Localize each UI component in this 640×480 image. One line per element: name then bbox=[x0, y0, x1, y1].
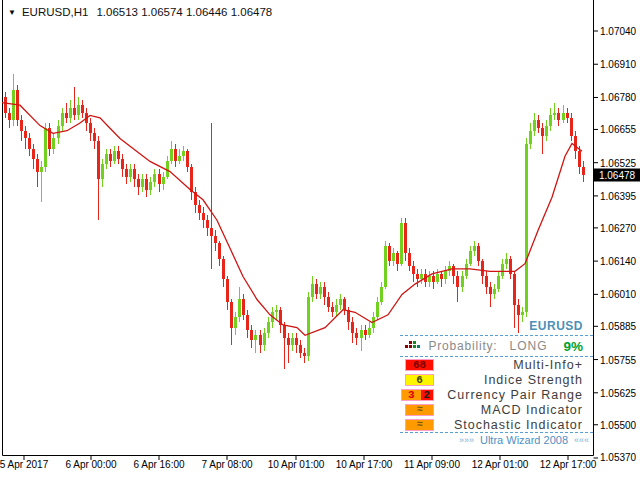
macd-wave-icon: ≈ bbox=[405, 404, 434, 416]
symbol-period-label: EURUSD,H1 bbox=[22, 6, 88, 18]
price-axis-label: 1.05500 bbox=[600, 419, 636, 430]
indicator-row-multi-info: 68 Multi-Info+ bbox=[400, 357, 593, 372]
time-axis-label: 7 Apr 08:00 bbox=[201, 459, 252, 470]
pair-range-badge-right: 2 bbox=[421, 390, 433, 400]
ma-line bbox=[2, 103, 582, 336]
indicator-row-label: Currency Pair Range bbox=[447, 388, 583, 402]
time-axis-label: 11 Apr 09:00 bbox=[404, 459, 460, 470]
time-axis-label: 10 Apr 01:00 bbox=[268, 459, 325, 470]
time-axis-label: 12 Apr 01:00 bbox=[472, 459, 529, 470]
indicator-row-label: Indice Strength bbox=[484, 373, 583, 387]
indicator-row-indice-strength: 6 Indice Strength bbox=[400, 372, 593, 387]
price-axis-label: 1.06655 bbox=[600, 124, 636, 135]
mini-candle-grid-icon bbox=[405, 341, 422, 352]
pair-range-badge-left: 3 - bbox=[402, 390, 421, 400]
price-axis-label: 1.06010 bbox=[600, 289, 636, 300]
probability-value: 9% bbox=[563, 339, 583, 354]
dropdown-arrow-icon: ▼ bbox=[8, 8, 16, 17]
price-axis-label: 1.06525 bbox=[600, 157, 636, 168]
indicator-row-macd: ≈ MACD Indicator bbox=[400, 402, 593, 417]
price-axis-label: 1.07040 bbox=[600, 26, 636, 37]
time-axis-label: 12 Apr 17:00 bbox=[540, 459, 597, 470]
time-axis-label: 5 Apr 2017 bbox=[0, 459, 48, 470]
price-axis-label: 1.05885 bbox=[600, 321, 636, 332]
multi-info-badge: 68 bbox=[405, 359, 434, 371]
price-axis-label: 1.06270 bbox=[600, 222, 636, 233]
stochastic-wave-icon: ≈ bbox=[405, 419, 434, 431]
ohlc-readout: 1.06513 1.06574 1.06446 1.06478 bbox=[96, 6, 272, 18]
guillemets-left-icon: ««« bbox=[574, 435, 589, 445]
footer-brand-text: Ultra Wizard 2008 bbox=[480, 434, 568, 446]
indicator-row-label: MACD Indicator bbox=[481, 403, 583, 417]
symbol-selector[interactable]: ▼ EURUSD,H1 1.06513 1.06574 1.06446 1.06… bbox=[8, 6, 272, 18]
indicator-row-label: Multi-Info+ bbox=[513, 358, 583, 372]
time-axis-label: 6 Apr 16:00 bbox=[133, 459, 184, 470]
price-axis-label: 1.06140 bbox=[600, 256, 636, 267]
probability-direction: LONG bbox=[509, 339, 547, 353]
indicator-row-stochastic: ≈ Stochastic Indicator bbox=[400, 417, 593, 432]
time-axis-label: 10 Apr 17:00 bbox=[336, 459, 393, 470]
price-axis-label: 1.06395 bbox=[600, 190, 636, 201]
probability-label: Probability: bbox=[429, 339, 498, 353]
chart-window: ▼ EURUSD,H1 1.06513 1.06574 1.06446 1.06… bbox=[0, 0, 640, 480]
pair-range-badge: 3 -2 bbox=[401, 389, 434, 401]
indicator-row-pair-range: 3 -2 Currency Pair Range bbox=[400, 387, 593, 402]
probability-row: Probability: LONG 9% bbox=[400, 336, 593, 356]
panel-symbol-label: EURUSD bbox=[400, 319, 583, 333]
price-axis-label: 1.05370 bbox=[600, 452, 636, 463]
price-axis-label: 1.05755 bbox=[600, 354, 636, 365]
current-price-tag: 1.06478 bbox=[594, 168, 640, 181]
panel-footer: »»» Ultra Wizard 2008 ««« bbox=[400, 433, 593, 446]
time-axis-label: 6 Apr 00:00 bbox=[65, 459, 116, 470]
guillemets-right-icon: »»» bbox=[459, 435, 474, 445]
ultra-wizard-panel: Probability: LONG 9% 68 Multi-Info+ 6 In… bbox=[400, 335, 593, 446]
indicator-row-label: Stochastic Indicator bbox=[454, 418, 583, 432]
price-axis-label: 1.06910 bbox=[600, 59, 636, 70]
price-axis-label: 1.05625 bbox=[600, 387, 636, 398]
price-axis-label: 1.06780 bbox=[600, 92, 636, 103]
indice-strength-badge: 6 bbox=[405, 374, 434, 386]
